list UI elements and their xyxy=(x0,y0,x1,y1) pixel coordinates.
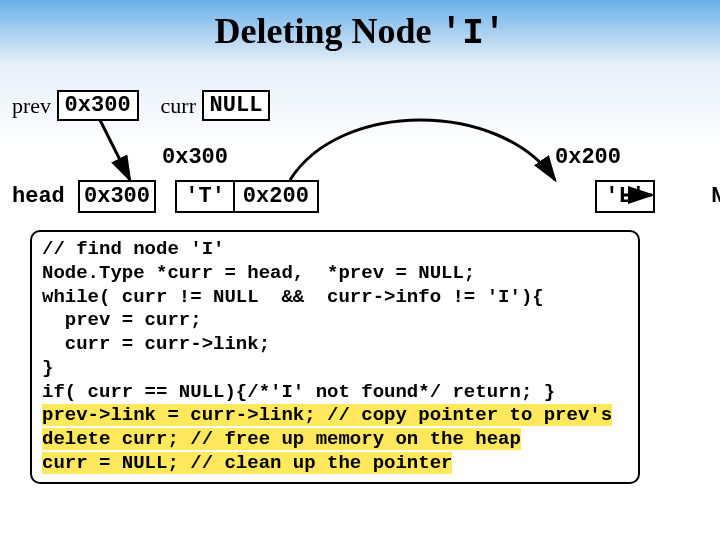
addr-0x200: 0x200 xyxy=(555,145,621,170)
code-l7: if( curr == NULL){/*'I' not found*/ retu… xyxy=(42,381,555,403)
title-text: Deleting Node xyxy=(215,11,441,51)
pointer-row: prev 0x300 curr NULL xyxy=(12,90,270,121)
head-row: head 0x300 'T'0x200 'L' NULL xyxy=(12,180,720,213)
code-l1: // find node 'I' xyxy=(42,238,224,260)
node-T-info: 'T' xyxy=(177,182,235,211)
addr-0x300: 0x300 xyxy=(162,145,228,170)
code-block: // find node 'I' Node.Type *curr = head,… xyxy=(30,230,640,484)
prev-box: 0x300 xyxy=(57,90,139,121)
prev-label: prev xyxy=(12,93,51,119)
code-l3: while( curr != NULL && curr->info != 'I'… xyxy=(42,286,544,308)
head-label: head xyxy=(12,184,65,209)
node-T: 'T'0x200 xyxy=(175,180,319,213)
curr-box: NULL xyxy=(202,90,271,121)
node-L: 'L' xyxy=(595,180,655,213)
code-l10: curr = NULL; // clean up the pointer xyxy=(42,452,452,474)
slide-title: Deleting Node 'I' xyxy=(0,0,720,54)
head-box: 0x300 xyxy=(78,180,156,213)
title-mono: 'I' xyxy=(441,13,506,54)
code-l2: Node.Type *curr = head, *prev = NULL; xyxy=(42,262,475,284)
code-l9: delete curr; // free up memory on the he… xyxy=(42,428,521,450)
null-tail: NULL xyxy=(711,182,720,211)
node-T-link: 0x200 xyxy=(235,182,317,211)
code-l8: prev->link = curr->link; // copy pointer… xyxy=(42,404,612,426)
curr-label: curr xyxy=(161,93,196,119)
node-L-info: 'L' xyxy=(597,182,653,211)
code-l4: prev = curr; xyxy=(42,309,202,331)
code-l5: curr = curr->link; xyxy=(42,333,270,355)
code-l6: } xyxy=(42,357,53,379)
